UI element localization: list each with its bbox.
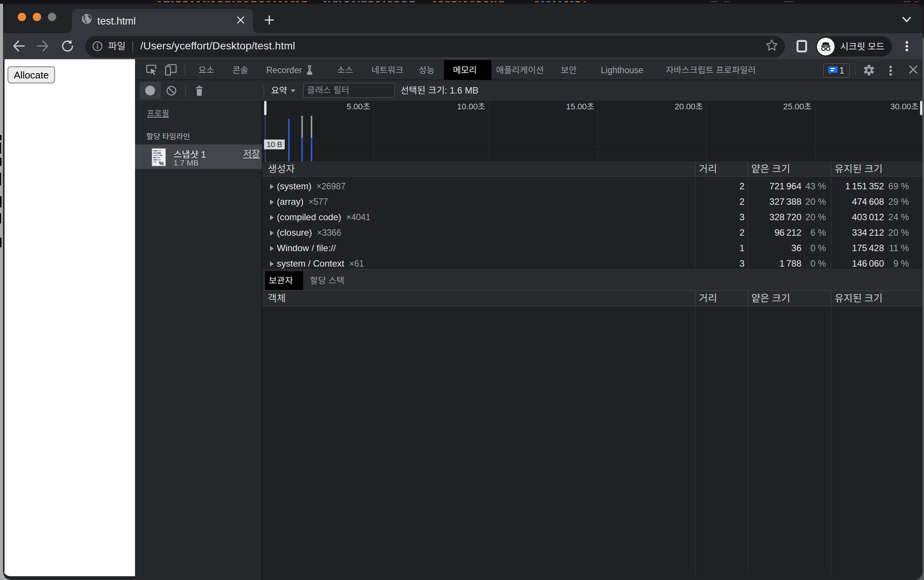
svg-text:%: % [159,160,164,166]
